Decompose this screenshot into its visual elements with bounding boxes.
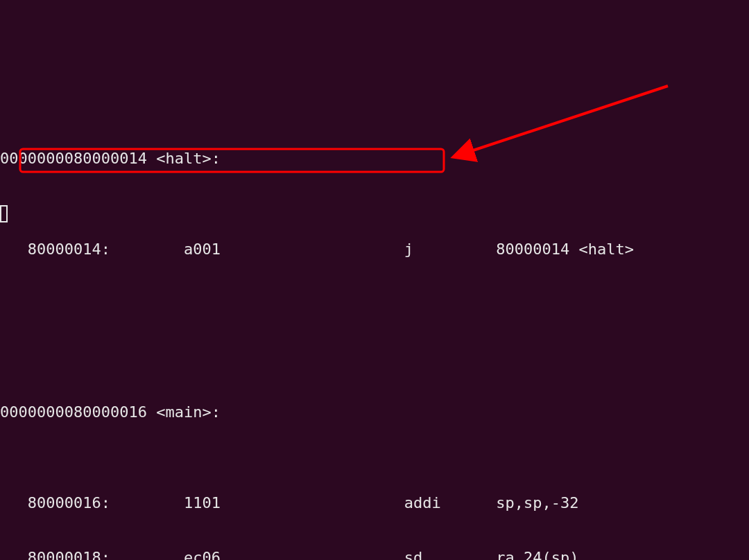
- col-bytes: a001: [184, 240, 404, 259]
- col-mnemonic: j: [404, 240, 496, 259]
- disasm-row: 80000016:1101addisp,sp,-32: [0, 494, 749, 512]
- col-operands: sp,sp,-32: [496, 494, 578, 512]
- section-label: 0000000080000016 <main>:: [0, 403, 749, 421]
- col-mnemonic: addi: [404, 494, 496, 512]
- col-operands: 80000014 <halt>: [496, 240, 634, 259]
- col-address: 80000018:: [0, 549, 184, 560]
- blank-line: [0, 313, 749, 331]
- label-symbol: <halt>:: [156, 150, 221, 168]
- label-address: 0000000080000014: [0, 150, 147, 168]
- col-bytes: 1101: [184, 494, 404, 512]
- col-operands: ra,24(sp): [496, 549, 578, 560]
- label-symbol: <main>:: [156, 403, 221, 421]
- col-bytes: ec06: [184, 549, 404, 560]
- disasm-row: 80000014:a001j80000014 <halt>: [0, 240, 749, 259]
- terminal-disassembly: 0000000080000014 <halt>: 80000014:a001j8…: [0, 73, 749, 560]
- selection-edge-box: [0, 205, 8, 222]
- section-label: 0000000080000014 <halt>:: [0, 150, 749, 168]
- col-mnemonic: sd: [404, 549, 496, 560]
- label-address: 0000000080000016: [0, 403, 147, 421]
- col-address: 80000014:: [0, 240, 184, 259]
- disasm-row: 80000018:ec06sdra,24(sp): [0, 549, 749, 560]
- col-address: 80000016:: [0, 494, 184, 512]
